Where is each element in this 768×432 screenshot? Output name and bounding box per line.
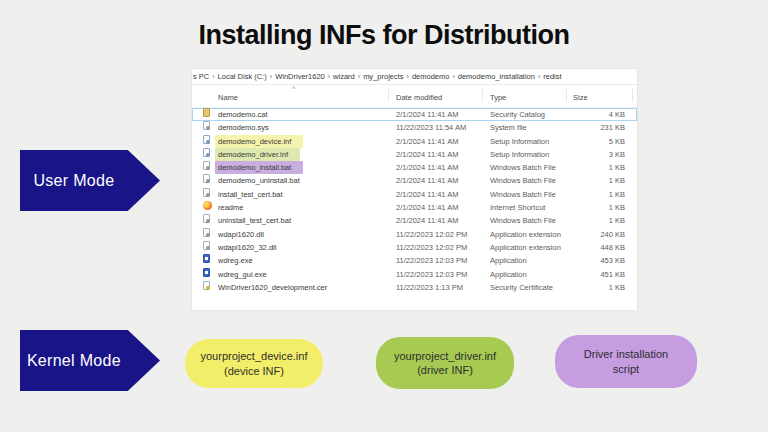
inf-file-icon: [203, 148, 210, 157]
file-size: 3 KB: [609, 148, 625, 161]
file-size: 1 KB: [609, 214, 625, 227]
user-mode-arrow: User Mode: [20, 150, 160, 211]
file-name: readme: [218, 201, 243, 214]
file-row[interactable]: demodemo_driver.inf 2/1/2024 11:41 AM Se…: [192, 148, 637, 161]
chevron-right-icon: ›: [358, 73, 360, 80]
breadcrumb-item[interactable]: WinDriver1620: [275, 72, 325, 81]
chevron-right-icon: ›: [538, 73, 540, 80]
firefox-file-icon: [203, 201, 212, 210]
column-header-name[interactable]: Name: [218, 93, 238, 102]
file-date-modified: 11/22/2023 12:03 PM: [396, 254, 467, 267]
file-type: Application extension: [490, 241, 561, 254]
file-date-modified: 2/1/2024 11:41 AM: [396, 174, 458, 187]
column-divider[interactable]: [482, 89, 483, 102]
file-type: Application: [490, 254, 527, 267]
file-date-modified: 11/22/2023 11:54 AM: [396, 121, 466, 134]
breadcrumb-item[interactable]: s PC: [193, 72, 209, 81]
driver-inf-callout-line2: (driver INF): [417, 363, 473, 377]
file-type: Application extension: [490, 228, 561, 241]
file-date-modified: 2/1/2024 11:41 AM: [396, 135, 458, 148]
file-type: Windows Batch File: [490, 188, 556, 201]
dll-file-icon: [203, 228, 210, 237]
chevron-right-icon: ›: [407, 73, 409, 80]
file-row[interactable]: uninstall_test_cert.bat 2/1/2024 11:41 A…: [192, 214, 637, 227]
file-type: Internet Shortcut: [490, 201, 545, 214]
column-header-date-modified[interactable]: Date modified: [396, 93, 442, 102]
column-header-row: ^ Name Date modified Type Size: [192, 85, 637, 108]
breadcrumb-item[interactable]: demodemo: [412, 72, 450, 81]
breadcrumb-item[interactable]: demodemo_installation: [458, 72, 535, 81]
file-row[interactable]: WinDriver1620_development.cer 11/22/2023…: [192, 281, 637, 294]
file-name: wdapi1620_32.dll: [218, 241, 276, 254]
file-row[interactable]: demodemo.sys 11/22/2023 11:54 AM System …: [192, 121, 637, 134]
file-size: 1 KB: [609, 161, 625, 174]
breadcrumb-item[interactable]: my_projects: [363, 72, 403, 81]
breadcrumb-item[interactable]: redist: [543, 72, 561, 81]
file-name: demodemo_uninstall.bat: [218, 174, 300, 187]
breadcrumb: s PC›Local Disk (C:)›WinDriver1620›wizar…: [192, 69, 637, 85]
file-size: 4 KB: [609, 108, 625, 121]
file-size: 1 KB: [609, 174, 625, 187]
file-name: uninstall_test_cert.bat: [218, 214, 291, 227]
file-type: Windows Batch File: [490, 214, 556, 227]
file-row[interactable]: install_test_cert.bat 2/1/2024 11:41 AM …: [192, 188, 637, 201]
file-type: System file: [490, 121, 527, 134]
breadcrumb-item[interactable]: Local Disk (C:): [218, 72, 267, 81]
column-divider[interactable]: [388, 89, 389, 102]
slide: Installing INFs for Distribution s PC›Lo…: [0, 0, 768, 432]
file-date-modified: 2/1/2024 11:41 AM: [396, 188, 458, 201]
file-type: Windows Batch File: [490, 174, 556, 187]
file-row[interactable]: wdapi1620.dll 11/22/2023 12:02 PM Applic…: [192, 228, 637, 241]
chevron-right-icon: ›: [212, 73, 214, 80]
file-size: 231 KB: [600, 121, 625, 134]
dll-file-icon: [203, 241, 210, 250]
device-inf-callout-line1: yourproject_device.inf: [200, 349, 307, 363]
file-row[interactable]: demodemo_uninstall.bat 2/1/2024 11:41 AM…: [192, 174, 637, 187]
file-type: Security Certificate: [490, 281, 553, 294]
file-size: 240 KB: [600, 228, 625, 241]
file-date-modified: 2/1/2024 11:41 AM: [396, 148, 458, 161]
file-row[interactable]: wdreg_gui.exe 11/22/2023 12:03 PM Applic…: [192, 268, 637, 281]
file-name: demodemo_device.inf: [215, 135, 303, 148]
column-header-size[interactable]: Size: [573, 93, 588, 102]
file-type: Security Catalog: [490, 108, 545, 121]
file-date-modified: 11/22/2023 12:03 PM: [396, 268, 467, 281]
file-row[interactable]: wdreg.exe 11/22/2023 12:03 PM Applicatio…: [192, 254, 637, 267]
column-header-type[interactable]: Type: [490, 93, 506, 102]
file-row[interactable]: demodemo.cat 2/1/2024 11:41 AM Security …: [192, 108, 637, 121]
file-name: demodemo_install.bat: [215, 161, 303, 174]
column-divider[interactable]: [632, 89, 633, 102]
exe-file-icon: [203, 254, 210, 263]
file-date-modified: 2/1/2024 11:41 AM: [396, 201, 458, 214]
install-script-callout-line1: Driver installation: [584, 347, 668, 361]
file-name: wdreg.exe: [218, 254, 253, 267]
column-divider[interactable]: [566, 89, 567, 102]
file-row[interactable]: demodemo_install.bat 2/1/2024 11:41 AM W…: [192, 161, 637, 174]
file-row[interactable]: wdapi1620_32.dll 11/22/2023 12:02 PM App…: [192, 241, 637, 254]
cat-file-icon: [203, 108, 210, 117]
inf-file-icon: [203, 135, 210, 144]
file-row[interactable]: readme 2/1/2024 11:41 AM Internet Shortc…: [192, 201, 637, 214]
file-size: 5 KB: [609, 135, 625, 148]
device-inf-callout: yourproject_device.inf (device INF): [185, 339, 323, 388]
file-type: Application: [490, 268, 527, 281]
device-inf-callout-line2: (device INF): [224, 364, 284, 378]
file-date-modified: 11/22/2023 1:13 PM: [396, 281, 463, 294]
file-date-modified: 2/1/2024 11:41 AM: [396, 108, 458, 121]
file-name: WinDriver1620_development.cer: [218, 281, 327, 294]
file-date-modified: 2/1/2024 11:41 AM: [396, 214, 458, 227]
file-size: 1 KB: [609, 201, 625, 214]
install-script-callout: Driver installation script: [555, 335, 697, 388]
file-name: install_test_cert.bat: [218, 188, 283, 201]
file-size: 1 KB: [609, 188, 625, 201]
file-size: 451 KB: [600, 268, 625, 281]
breadcrumb-item[interactable]: wizard: [333, 72, 355, 81]
file-row[interactable]: demodemo_device.inf 2/1/2024 11:41 AM Se…: [192, 135, 637, 148]
bat-file-icon: [203, 161, 210, 170]
file-name: wdreg_gui.exe: [218, 268, 267, 281]
driver-inf-callout-line1: yourproject_driver.inf: [394, 349, 496, 363]
chevron-right-icon: ›: [452, 73, 454, 80]
page-title: Installing INFs for Distribution: [0, 20, 768, 51]
bat-file-icon: [203, 188, 210, 197]
user-mode-label: User Mode: [20, 172, 128, 190]
